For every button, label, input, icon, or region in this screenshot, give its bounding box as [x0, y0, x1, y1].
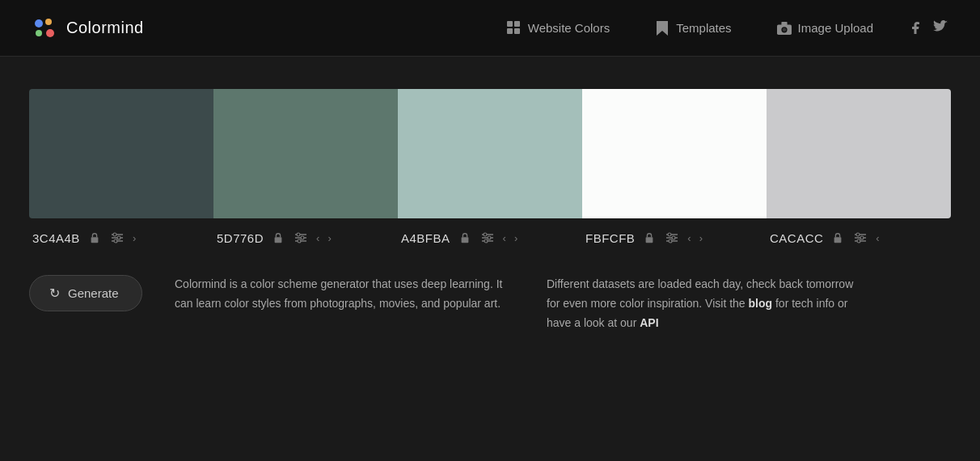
- info-text: Different datasets are loaded each day, …: [547, 275, 854, 332]
- color-swatch-3[interactable]: [398, 89, 582, 218]
- label-cell-5: CACACC ‹: [767, 230, 951, 246]
- nav-website-colors-label: Website Colors: [528, 21, 610, 35]
- svg-point-33: [484, 239, 488, 243]
- twitter-link[interactable]: [933, 20, 948, 36]
- svg-rect-7: [514, 28, 520, 34]
- nav-templates[interactable]: Templates: [632, 15, 754, 42]
- svg-rect-4: [507, 21, 513, 27]
- svg-point-3: [46, 29, 54, 37]
- labels-row: 3C4A4B › 5D776D: [29, 230, 951, 246]
- svg-rect-6: [507, 28, 513, 34]
- hex-3: A4BFBA: [401, 231, 450, 245]
- svg-rect-5: [514, 21, 520, 27]
- lock-icon-3: [459, 232, 471, 243]
- hex-2: 5D776D: [217, 231, 264, 245]
- bookmark-icon: [655, 21, 670, 36]
- arrow-right-btn-1[interactable]: ›: [132, 230, 137, 246]
- lock-icon-1: [89, 232, 100, 243]
- sliders-icon-5: [855, 232, 866, 243]
- svg-point-40: [669, 239, 672, 243]
- lock-btn-5[interactable]: [830, 230, 846, 246]
- sliders-icon-4: [666, 232, 678, 243]
- svg-point-2: [36, 30, 42, 36]
- description-block: Colormind is a color scheme generator th…: [175, 275, 514, 314]
- logo-text: Colormind: [66, 19, 144, 37]
- svg-point-31: [484, 233, 487, 236]
- svg-rect-41: [834, 237, 842, 243]
- lock-btn-4[interactable]: [641, 230, 657, 246]
- hex-4: FBFCFB: [585, 231, 635, 245]
- hex-5: CACACC: [770, 231, 823, 245]
- svg-point-45: [856, 233, 860, 236]
- lock-icon-5: [832, 232, 843, 243]
- generate-button[interactable]: ↻ Generate: [29, 275, 142, 311]
- description-text: Colormind is a color scheme generator th…: [175, 275, 514, 314]
- svg-rect-27: [461, 237, 468, 243]
- color-swatch-4[interactable]: [582, 89, 767, 218]
- svg-point-46: [860, 236, 864, 239]
- sliders-icon-2: [295, 232, 306, 243]
- svg-point-18: [117, 236, 120, 239]
- adjust-btn-2[interactable]: [293, 230, 309, 246]
- api-link[interactable]: API: [640, 316, 658, 329]
- svg-point-39: [672, 236, 675, 239]
- adjust-btn-3[interactable]: [479, 230, 496, 246]
- adjust-btn-1[interactable]: [109, 230, 125, 246]
- svg-point-47: [857, 239, 860, 243]
- lock-icon-4: [644, 232, 655, 243]
- svg-marker-8: [657, 21, 668, 36]
- svg-point-17: [113, 233, 116, 236]
- color-swatch-5[interactable]: [767, 89, 951, 218]
- sliders-icon-1: [112, 232, 123, 243]
- arrow-left-btn-4[interactable]: ‹: [686, 230, 691, 246]
- adjust-btn-4[interactable]: [664, 230, 680, 246]
- nav-image-upload[interactable]: Image Upload: [754, 15, 896, 42]
- adjust-btn-5[interactable]: [852, 230, 868, 246]
- blog-link[interactable]: blog: [749, 297, 773, 310]
- logo-area[interactable]: Colormind: [32, 15, 144, 41]
- lock-btn-2[interactable]: [270, 230, 286, 246]
- svg-point-19: [114, 239, 117, 243]
- svg-point-26: [298, 239, 301, 243]
- svg-point-32: [488, 236, 491, 239]
- arrow-right-btn-4[interactable]: ›: [699, 230, 703, 246]
- svg-rect-12: [781, 21, 787, 25]
- grid-icon: [507, 21, 522, 36]
- lock-btn-3[interactable]: [457, 230, 473, 246]
- svg-point-24: [297, 233, 300, 236]
- generate-label: Generate: [68, 286, 119, 300]
- svg-point-1: [45, 19, 52, 25]
- color-swatch-2[interactable]: [213, 89, 398, 218]
- svg-rect-20: [275, 237, 282, 243]
- arrow-right-btn-3[interactable]: ›: [513, 230, 518, 246]
- color-swatch-1[interactable]: [29, 89, 213, 218]
- lock-icon-2: [272, 232, 284, 243]
- label-cell-1: 3C4A4B ›: [29, 230, 213, 246]
- hex-1: 3C4A4B: [32, 231, 80, 245]
- lock-btn-1[interactable]: [87, 230, 103, 246]
- svg-point-38: [668, 233, 671, 236]
- label-cell-3: A4BFBA ‹ ›: [398, 230, 582, 246]
- main-nav: Website Colors Templates Image Upload: [484, 15, 896, 42]
- color-palette: [29, 89, 951, 218]
- sliders-icon-3: [482, 232, 493, 243]
- info-block: Different datasets are loaded each day, …: [547, 275, 854, 332]
- refresh-icon: ↻: [49, 285, 60, 301]
- svg-rect-34: [646, 237, 653, 243]
- arrow-left-btn-2[interactable]: ‹: [315, 230, 320, 246]
- svg-point-0: [35, 19, 43, 27]
- bottom-section: ↻ Generate Colormind is a color scheme g…: [29, 275, 951, 332]
- svg-rect-13: [91, 237, 99, 243]
- social-icons: [912, 19, 948, 37]
- facebook-link[interactable]: [912, 19, 920, 37]
- label-cell-2: 5D776D ‹ ›: [213, 230, 398, 246]
- camera-icon: [777, 21, 792, 36]
- nav-website-colors[interactable]: Website Colors: [484, 15, 632, 42]
- arrow-left-btn-3[interactable]: ‹: [502, 230, 507, 246]
- label-cell-4: FBFCFB ‹ ›: [582, 230, 767, 246]
- svg-point-25: [301, 236, 304, 239]
- arrow-left-btn-5[interactable]: ‹: [875, 230, 880, 246]
- nav-image-upload-label: Image Upload: [798, 21, 873, 35]
- svg-point-11: [782, 27, 786, 32]
- arrow-right-btn-2[interactable]: ›: [327, 230, 332, 246]
